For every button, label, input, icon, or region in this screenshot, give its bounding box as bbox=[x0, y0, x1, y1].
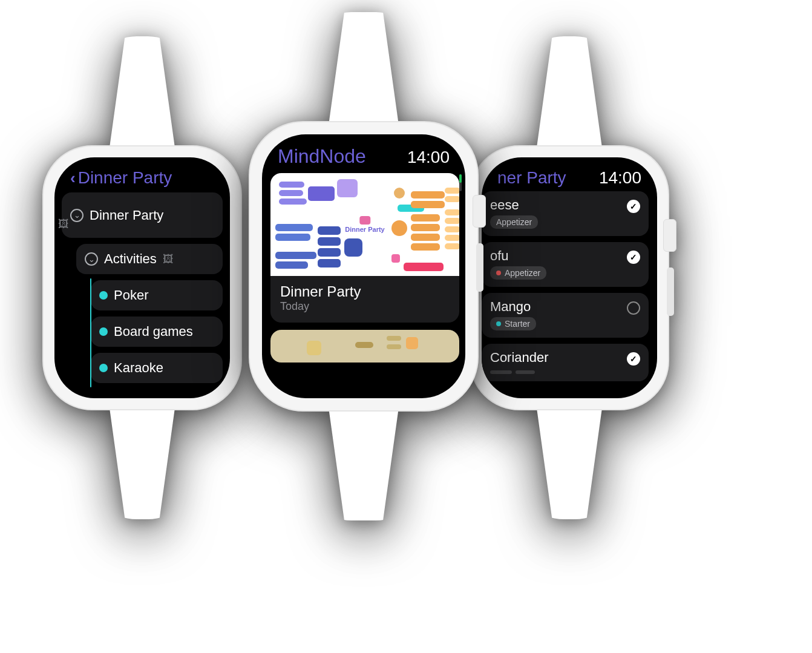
tree-label: Dinner Party bbox=[90, 208, 163, 223]
checkmark-icon[interactable]: ✓ bbox=[627, 352, 640, 366]
digital-crown[interactable] bbox=[473, 195, 486, 228]
tree-row-item[interactable]: Board games bbox=[91, 317, 223, 347]
clock-time: 14:00 bbox=[407, 148, 450, 167]
watch-left: ‹ Dinner Party ⌄ Dinner Party 🖼 ⌄ Activi… bbox=[42, 145, 242, 410]
watch-screen: ‹ Dinner Party ⌄ Dinner Party 🖼 ⌄ Activi… bbox=[54, 157, 230, 398]
app-title: MindNode bbox=[278, 145, 366, 168]
stage: ‹ Dinner Party ⌄ Dinner Party 🖼 ⌄ Activi… bbox=[0, 0, 812, 653]
tag-label: Appetizer bbox=[496, 217, 532, 227]
chevron-down-icon[interactable]: ⌄ bbox=[70, 209, 83, 222]
tree-label: Activities bbox=[104, 251, 157, 267]
task-tag bbox=[490, 370, 512, 374]
bullet-icon bbox=[99, 327, 108, 336]
chevron-left-icon: ‹ bbox=[70, 169, 76, 188]
checkmark-icon[interactable]: ✓ bbox=[627, 251, 640, 264]
image-icon: 🖼 bbox=[58, 218, 69, 231]
task-tag: Starter bbox=[490, 317, 536, 330]
watch-center: MindNode 14:00 bbox=[249, 121, 479, 412]
side-button[interactable] bbox=[476, 243, 483, 292]
mindmap-center-label: Dinner Party bbox=[345, 216, 384, 233]
tree-row-item[interactable]: Poker bbox=[91, 280, 223, 310]
watch-case: MindNode 14:00 bbox=[249, 121, 479, 412]
watch-case: ner Party 14:00 eese Appetizer ✓ ofu bbox=[470, 145, 669, 410]
document-card[interactable] bbox=[270, 330, 459, 363]
image-icon: 🖼 bbox=[163, 253, 174, 266]
tree-row-item[interactable]: Karaoke bbox=[91, 353, 223, 383]
tree-label: Poker bbox=[114, 287, 148, 303]
watch-strap bbox=[88, 36, 196, 160]
task-item[interactable]: ofu Appetizer ✓ bbox=[482, 242, 649, 287]
outline-tree[interactable]: ⌄ Dinner Party 🖼 ⌄ Activities 🖼 Poker bbox=[62, 192, 223, 393]
status-bar: ner Party 14:00 bbox=[482, 157, 657, 191]
task-item[interactable]: Coriander ✓ bbox=[482, 344, 649, 381]
document-subtitle: Today bbox=[280, 300, 450, 313]
task-tag bbox=[516, 370, 535, 374]
task-title: ofu bbox=[490, 248, 640, 264]
back-title: Dinner Party bbox=[78, 168, 172, 188]
bullet-icon bbox=[99, 291, 108, 300]
task-list[interactable]: eese Appetizer ✓ ofu Appetizer ✓ bbox=[482, 191, 649, 393]
watch-right: ner Party 14:00 eese Appetizer ✓ ofu bbox=[470, 145, 669, 410]
task-item[interactable]: eese Appetizer ✓ bbox=[482, 191, 649, 236]
watch-strap bbox=[516, 36, 623, 160]
tree-row-root[interactable]: ⌄ Dinner Party 🖼 bbox=[62, 192, 223, 238]
side-button[interactable] bbox=[667, 267, 674, 316]
watch-case: ‹ Dinner Party ⌄ Dinner Party 🖼 ⌄ Activi… bbox=[42, 145, 242, 410]
mindmap-thumbnail: Dinner Party bbox=[270, 173, 459, 276]
tag-label: Starter bbox=[505, 319, 530, 329]
scroll-thumb[interactable] bbox=[459, 174, 462, 183]
document-thumbnail bbox=[270, 330, 459, 363]
task-title: Mango bbox=[490, 299, 640, 315]
unchecked-circle-icon[interactable] bbox=[627, 301, 640, 315]
watch-screen: ner Party 14:00 eese Appetizer ✓ ofu bbox=[482, 157, 657, 398]
tag-dot-icon bbox=[496, 321, 501, 326]
chevron-down-icon[interactable]: ⌄ bbox=[85, 252, 98, 266]
scrollbar[interactable] bbox=[459, 174, 462, 191]
status-bar: ‹ Dinner Party bbox=[54, 157, 230, 191]
task-tag: Appetizer bbox=[490, 266, 546, 280]
status-bar: MindNode 14:00 bbox=[262, 134, 465, 171]
tree-row-activities[interactable]: ⌄ Activities 🖼 bbox=[76, 244, 223, 274]
watch-strap bbox=[88, 395, 196, 519]
tree-label: Karaoke bbox=[114, 360, 163, 376]
mindmap-thumbnail bbox=[270, 330, 459, 363]
tree-label: Board games bbox=[114, 324, 193, 340]
document-list[interactable]: Dinner Party bbox=[270, 173, 459, 392]
clock-time: 14:00 bbox=[599, 168, 641, 188]
task-title: Coriander bbox=[490, 350, 640, 366]
task-tag: Appetizer bbox=[490, 215, 538, 229]
checkmark-icon[interactable]: ✓ bbox=[627, 200, 640, 213]
tag-dot-icon bbox=[496, 271, 501, 275]
task-title: eese bbox=[490, 197, 640, 213]
document-caption: Dinner Party Today bbox=[270, 276, 459, 323]
back-button[interactable]: ner Party bbox=[497, 168, 566, 188]
task-item[interactable]: Mango Starter bbox=[482, 293, 649, 338]
digital-crown[interactable] bbox=[663, 219, 676, 252]
tag-label: Appetizer bbox=[505, 268, 540, 278]
watch-screen: MindNode 14:00 bbox=[262, 134, 465, 398]
tree-guide-line bbox=[90, 278, 91, 387]
watch-strap bbox=[516, 395, 623, 519]
document-thumbnail: Dinner Party bbox=[270, 173, 459, 276]
document-card[interactable]: Dinner Party bbox=[270, 173, 459, 323]
back-title-fragment: ner Party bbox=[497, 168, 566, 188]
back-button[interactable]: ‹ Dinner Party bbox=[70, 168, 172, 188]
document-title: Dinner Party bbox=[280, 283, 450, 300]
bullet-icon bbox=[99, 364, 108, 372]
